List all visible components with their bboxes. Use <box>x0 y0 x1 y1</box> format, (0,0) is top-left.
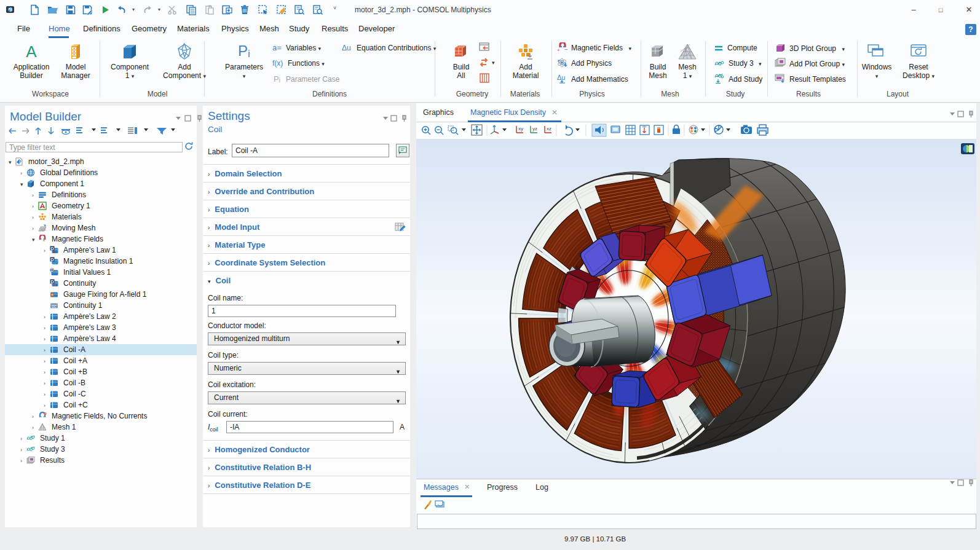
svg-text:D: D <box>50 246 53 251</box>
svg-text:A: A <box>26 43 37 60</box>
svg-text:a=: a= <box>272 44 282 52</box>
svg-text:D: D <box>50 280 53 284</box>
svg-text:+: + <box>557 47 560 52</box>
svg-text:xz: xz <box>547 126 551 132</box>
svg-text:Pi: Pi <box>274 75 280 84</box>
svg-text:xy: xy <box>518 126 523 132</box>
svg-text:DC: DC <box>53 262 58 265</box>
svg-text:DC: DC <box>52 305 57 308</box>
svg-text:Pi: Pi <box>238 43 250 60</box>
svg-text:−: − <box>564 46 568 52</box>
svg-text:Δu: Δu <box>557 74 565 81</box>
svg-text:D: D <box>50 268 53 272</box>
svg-text:f(x): f(x) <box>272 59 283 68</box>
svg-text:Δu: Δu <box>342 44 351 52</box>
svg-text:yz: yz <box>532 126 537 132</box>
